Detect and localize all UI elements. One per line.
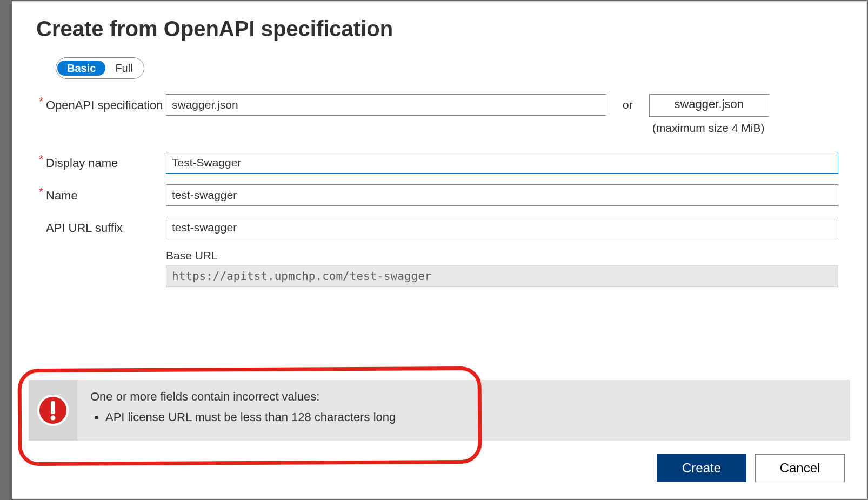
- dialog-title: Create from OpenAPI specification: [36, 17, 838, 41]
- mode-toggle: Basic Full: [56, 57, 144, 79]
- error-heading: One or more fields contain incorrect val…: [90, 388, 396, 406]
- spec-file-note: (maximum size 4 MiB): [649, 120, 768, 136]
- baseurl-readonly: [166, 265, 838, 287]
- spec-label: OpenAPI specification: [46, 94, 166, 114]
- create-button[interactable]: Create: [657, 454, 746, 482]
- required-marker: *: [36, 184, 46, 199]
- display-name-label: Display name: [46, 152, 166, 171]
- name-input[interactable]: [166, 184, 838, 206]
- suffix-label: API URL suffix: [46, 217, 166, 236]
- dialog-footer: Create Cancel: [657, 454, 845, 482]
- required-marker: *: [36, 152, 46, 167]
- required-marker: *: [36, 94, 46, 109]
- error-icon: [37, 394, 69, 426]
- row-name: * Name: [36, 184, 838, 206]
- error-icon-box: [29, 380, 77, 441]
- display-name-input[interactable]: [166, 152, 838, 174]
- row-base-url: Base URL: [36, 249, 838, 287]
- spec-or-text: or: [606, 94, 649, 111]
- svg-point-2: [51, 416, 56, 421]
- row-display-name: * Display name: [36, 152, 838, 174]
- spec-url-input[interactable]: [166, 94, 606, 116]
- mode-full[interactable]: Full: [105, 61, 142, 76]
- row-url-suffix: API URL suffix: [36, 217, 838, 238]
- svg-rect-1: [51, 401, 55, 414]
- spec-file-button[interactable]: swagger.json: [649, 94, 769, 117]
- mode-basic[interactable]: Basic: [57, 61, 105, 76]
- suffix-input[interactable]: [166, 217, 838, 238]
- create-api-blade: Create from OpenAPI specification Basic …: [12, 1, 867, 499]
- row-openapi-spec: * OpenAPI specification or swagger.json …: [36, 94, 838, 136]
- name-label: Name: [46, 184, 166, 204]
- baseurl-label: Base URL: [166, 249, 838, 262]
- error-item: API license URL must be less than 128 ch…: [105, 408, 396, 426]
- cancel-button[interactable]: Cancel: [755, 454, 845, 482]
- validation-error-banner: One or more fields contain incorrect val…: [29, 380, 850, 441]
